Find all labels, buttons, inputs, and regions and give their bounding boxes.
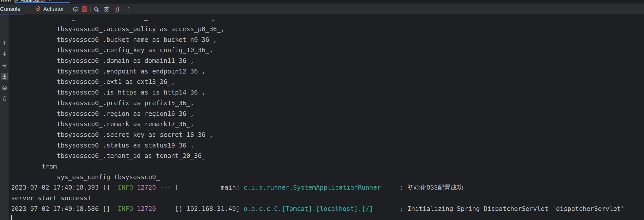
more-options-icon[interactable] <box>125 6 131 12</box>
console-line: from <box>11 161 644 172</box>
rerun-button[interactable] <box>72 6 79 12</box>
console-line: 2023-07-02 17:40:18.393 [] INFO 12720 --… <box>11 182 644 193</box>
print-icon[interactable] <box>1 84 8 92</box>
attach-debugger-icon[interactable] <box>93 6 100 12</box>
close-icon[interactable]: ✕ <box>49 0 52 2</box>
stop-button[interactable] <box>81 6 88 12</box>
console-line: tbsysossco0_.bucket_name as bucket_n9_36… <box>11 34 644 45</box>
console-output[interactable]: tbsysossco0_.access_policy as access_p8_… <box>9 14 644 220</box>
toolwindow-title: Run <box>1 0 11 3</box>
console-line: tbsysossco0_.region as region16_36_, <box>11 108 644 119</box>
clipped-line-fragment <box>72 20 75 21</box>
run-toolwindow-header: Run Application ✕ <box>0 0 644 3</box>
console-line: tbsysossco0_.remark as remark17_36_, <box>11 119 644 130</box>
console-line: tbsysossco0_.is_https as is_http14_36_, <box>11 87 644 98</box>
actuator-icon <box>35 6 41 12</box>
console-line: sys_oss_config tbsysossco0_ <box>11 172 644 182</box>
console-line: tbsysossco0_.access_policy as access_p8_… <box>11 24 644 34</box>
console-line: tbsysossco0_.domain as domain11_36_, <box>11 56 644 66</box>
console-line: tbsysossco0_.secret_key as secret_18_36_… <box>11 130 644 140</box>
tab-console-label: Console <box>0 6 21 12</box>
tab-actuator[interactable]: Actuator <box>35 4 64 14</box>
clear-all-icon[interactable] <box>1 95 8 102</box>
text-caret <box>11 215 12 220</box>
run-toolbar: Console Actuator <box>0 3 644 14</box>
console-line: server start success! <box>11 193 644 204</box>
console-line: tbsysossco0_.ext1 as ext13_36_, <box>11 77 644 87</box>
console-lines: tbsysossco0_.access_policy as access_p8_… <box>11 24 644 214</box>
screenshot-icon[interactable] <box>103 6 110 12</box>
console-line: tbsysossco0_.endpoint as endpoin12_36_, <box>11 66 644 77</box>
arrow-up-icon[interactable] <box>1 39 8 47</box>
console-line: tbsysossco0_.config_key as config_10_36_… <box>11 45 644 56</box>
soft-wrap-icon[interactable] <box>1 61 8 69</box>
exit-icon[interactable] <box>113 6 120 12</box>
console-line: tbsysossco0_.prefix as prefix15_36_, <box>11 98 644 108</box>
run-config-tab-application[interactable]: Application ✕ <box>14 0 70 3</box>
console-line: 2023-07-02 17:40:18.586 [] INFO 12720 --… <box>11 204 644 214</box>
tab-actuator-label: Actuator <box>43 6 64 12</box>
scroll-to-end-icon[interactable] <box>1 73 8 80</box>
console-line: tbsysossco0_.status as status19_36_, <box>11 140 644 151</box>
tab-console[interactable]: Console <box>0 4 26 14</box>
clipped-line-fragment <box>144 20 148 21</box>
console-gutter <box>0 14 9 220</box>
toolbar-separator <box>90 6 91 12</box>
clipped-line-fragment <box>212 20 214 21</box>
arrow-down-icon[interactable] <box>1 50 8 58</box>
console-line: tbsysossco0_.tenant_id as tenant_20_36_ <box>11 151 644 161</box>
